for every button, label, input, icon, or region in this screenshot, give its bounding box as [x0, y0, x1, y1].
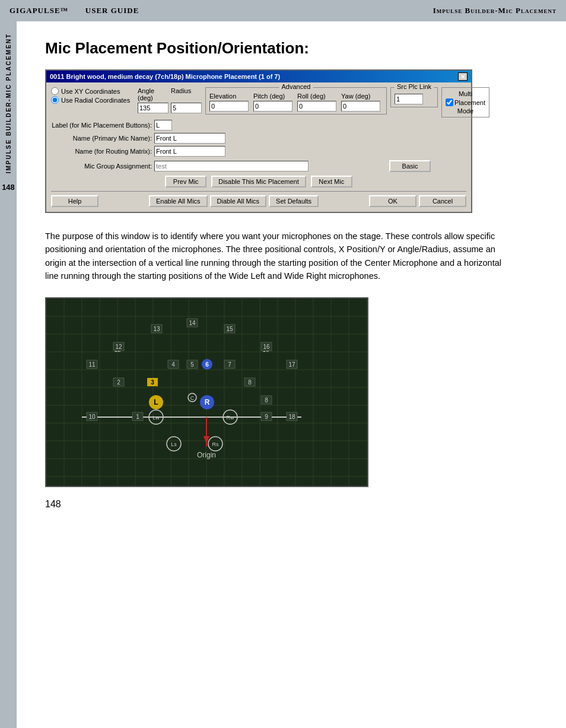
src-plc-input[interactable]: [395, 94, 423, 104]
grid-diagram: 14 13 15 12 16 13 14 15 12 16 11 17 4 5: [45, 297, 368, 487]
dialog-row1: Use XY Coordinates Use Radial Coordinate…: [51, 87, 466, 117]
svg-text:15: 15: [226, 326, 233, 332]
header-left: GigaPulse™ User Guide: [9, 6, 433, 15]
mic-group-row: Mic Group Assignment: Basic: [51, 160, 466, 172]
elevation-col: Elevation: [209, 93, 251, 112]
side-tab-text: Impulse Builder-Mic Placement: [5, 33, 12, 173]
dialog-fields: Label (for Mic Placement Buttons): Name …: [51, 120, 466, 157]
mode-label: Mode: [457, 107, 474, 115]
radio-radial-row[interactable]: Use Radial Coordinates: [51, 96, 134, 104]
ar-inputs: [138, 103, 202, 113]
enable-all-button[interactable]: Enable All Mics: [149, 195, 208, 207]
svg-text:17: 17: [288, 361, 295, 368]
svg-text:14: 14: [189, 320, 196, 326]
svg-text:Ls: Ls: [171, 441, 177, 447]
label-field-input[interactable]: [154, 120, 172, 131]
label-field-label: Label (for Mic Placement Buttons):: [51, 122, 152, 129]
svg-text:R: R: [205, 398, 210, 406]
svg-text:L: L: [154, 398, 158, 406]
adv-inner: Elevation Pitch (deg) Roll (deg) Ya: [209, 93, 383, 112]
help-button[interactable]: Help: [51, 195, 98, 207]
radius-input[interactable]: [171, 103, 202, 113]
svg-text:16: 16: [263, 344, 270, 350]
ok-button[interactable]: OK: [369, 195, 416, 207]
pitch-col: Pitch (deg): [253, 93, 295, 112]
svg-text:Origin: Origin: [197, 451, 216, 459]
radio-xy-row[interactable]: Use XY Coordinates: [51, 87, 134, 95]
svg-text:8: 8: [248, 379, 252, 386]
svg-text:18: 18: [288, 414, 295, 420]
disable-mic-button[interactable]: Disable This Mic Placement: [211, 176, 306, 187]
multi-label: Multi: [459, 90, 472, 97]
svg-text:1: 1: [136, 414, 139, 420]
primary-name-label: Name (Primary Mic Name):: [51, 135, 152, 142]
page-title: Mic Placement Position/Orientation:: [45, 39, 542, 58]
next-mic-button[interactable]: Next Mic: [311, 176, 352, 187]
set-defaults-button[interactable]: Set Defaults: [269, 195, 319, 207]
svg-text:C: C: [190, 395, 195, 401]
coord-section: Use XY Coordinates Use Radial Coordinate…: [51, 87, 134, 104]
svg-text:7: 7: [228, 361, 231, 368]
dialog-title: 0011 Bright wood, medium decay (7ch/18p)…: [50, 73, 280, 80]
svg-text:8: 8: [265, 397, 268, 403]
disable-all-button[interactable]: Diable All Mics: [210, 195, 267, 207]
body-text: The purpose of this window is to identif…: [45, 230, 508, 283]
elevation-input[interactable]: [209, 101, 249, 112]
dialog-body: Use XY Coordinates Use Radial Coordinate…: [46, 82, 471, 212]
multi-placement-section: Multi Placement Mode: [441, 87, 489, 117]
src-plc-section: Src Plc Link: [390, 87, 438, 107]
radio-xy[interactable]: [51, 87, 59, 95]
placement-label-text: Placement: [454, 99, 485, 106]
angle-input[interactable]: [138, 103, 168, 113]
radius-label: Radius: [171, 87, 202, 101]
radio-xy-label: Use XY Coordinates: [61, 88, 120, 95]
svg-text:2: 2: [117, 379, 120, 386]
pitch-input[interactable]: [253, 101, 292, 112]
advanced-title: Advanced: [279, 83, 313, 90]
grid-svg: 14 13 15 12 16 13 14 15 12 16 11 17 4 5: [46, 298, 368, 487]
dialog-close-button[interactable]: ✕: [458, 72, 468, 81]
radio-radial-label: Use Radial Coordinates: [61, 97, 130, 104]
bottom-btn-row: Help Enable All Mics Diable All Mics Set…: [51, 191, 466, 207]
roll-col: Roll (deg): [297, 93, 339, 112]
yaw-label: Yaw (deg): [341, 93, 383, 100]
roll-label: Roll (deg): [297, 93, 339, 100]
svg-text:13: 13: [153, 326, 160, 332]
svg-text:10: 10: [88, 414, 96, 420]
ar-labels: Angle (deg) Radius: [138, 87, 202, 101]
nav-btn-row: Prev Mic Disable This Mic Placement Next…: [51, 176, 466, 187]
yaw-input[interactable]: [341, 101, 380, 112]
routing-name-input[interactable]: [154, 146, 225, 157]
primary-name-row: Name (Primary Mic Name):: [51, 133, 466, 144]
pitch-label: Pitch (deg): [253, 93, 295, 100]
multi-placement-label[interactable]: Placement: [446, 98, 485, 106]
yaw-col: Yaw (deg): [341, 93, 383, 112]
multi-placement-checkbox[interactable]: [446, 98, 453, 106]
mic-group-label: Mic Group Assignment:: [51, 163, 152, 170]
dialog-window: 0011 Bright wood, medium decay (7ch/18p)…: [45, 69, 472, 213]
prev-mic-button[interactable]: Prev Mic: [165, 176, 206, 187]
cancel-button[interactable]: Cancel: [419, 195, 466, 207]
side-tab-number: 148: [2, 183, 15, 192]
svg-text:12: 12: [115, 344, 122, 350]
brand-gigapulse: GigaPulse™: [9, 6, 69, 15]
svg-text:6: 6: [205, 361, 209, 368]
mic-group-input[interactable]: [154, 161, 309, 171]
top-header: GigaPulse™ User Guide Impulse Builder-Mi…: [0, 0, 566, 21]
primary-name-input[interactable]: [154, 133, 225, 144]
radio-radial[interactable]: [51, 96, 59, 104]
svg-text:3: 3: [151, 379, 154, 386]
svg-text:Rs: Rs: [212, 441, 219, 447]
elevation-label: Elevation: [209, 93, 251, 100]
svg-text:9: 9: [265, 414, 268, 420]
advanced-section: Advanced Elevation Pitch (deg) Roll (deg…: [205, 87, 387, 115]
side-tab: Impulse Builder-Mic Placement 148: [0, 21, 17, 728]
roll-input[interactable]: [297, 101, 336, 112]
label-field-row: Label (for Mic Placement Buttons):: [51, 120, 466, 131]
basic-button[interactable]: Basic: [389, 160, 431, 172]
src-plc-title: Src Plc Link: [395, 83, 434, 90]
dialog-titlebar: 0011 Bright wood, medium decay (7ch/18p)…: [46, 71, 471, 82]
header-user-guide: User Guide: [85, 6, 139, 15]
header-right: Impulse Builder-Mic Placement: [433, 6, 557, 15]
svg-text:4: 4: [171, 361, 175, 368]
